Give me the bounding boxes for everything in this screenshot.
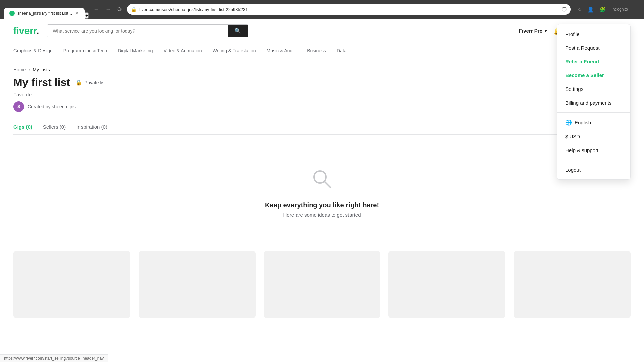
tab-title: sheena_jns's My first list List | F — [17, 11, 72, 16]
nav-digital-marketing[interactable]: Digital Marketing — [118, 43, 153, 59]
creator-label: Created by sheena_jns — [28, 104, 76, 109]
empty-title: Keep everything you like right here! — [265, 201, 379, 209]
dropdown-become-seller[interactable]: Become a Seller — [557, 68, 630, 82]
magnifier-icon — [311, 168, 333, 195]
dropdown-help[interactable]: Help & support — [557, 143, 630, 157]
tab-gigs[interactable]: Gigs (0) — [13, 120, 32, 134]
chevron-down-icon: ▾ — [545, 28, 547, 33]
nav-data[interactable]: Data — [337, 43, 347, 59]
dropdown-language[interactable]: 🌐 English — [557, 115, 630, 130]
dropdown-divider-1 — [557, 112, 630, 113]
nav-graphics-design[interactable]: Graphics & Design — [13, 43, 53, 59]
incognito-label: Incognito — [610, 6, 629, 13]
tab-favicon — [9, 11, 15, 16]
nav-writing-translation[interactable]: Writing & Translation — [213, 43, 256, 59]
search-input[interactable] — [47, 25, 228, 37]
language-label: English — [575, 120, 591, 125]
tab-inspiration[interactable]: Inspiration (0) — [76, 120, 107, 134]
browser-tabs: sheena_jns's My first list List | F ✕ + — [4, 0, 89, 19]
tabs-container: Gigs (0) Sellers (0) Inspiration (0) — [13, 120, 631, 135]
nav-business[interactable]: Business — [307, 43, 326, 59]
suggestion-card-3[interactable] — [264, 251, 381, 318]
browser-chrome: sheena_jns's My first list List | F ✕ + … — [0, 0, 644, 19]
list-header: My first list 🔒 Private list — [13, 76, 631, 89]
profile-button[interactable]: 👤 — [586, 5, 595, 14]
breadcrumb-home[interactable]: Home — [13, 67, 26, 72]
nav-bar: Graphics & Design Programming & Tech Dig… — [0, 43, 644, 59]
logo-dot: . — [37, 25, 39, 36]
breadcrumb-current: My Lists — [33, 67, 50, 72]
list-creator: S Created by sheena_jns — [13, 101, 631, 112]
empty-state: Keep everything you like right here! Her… — [13, 148, 631, 231]
fiverr-logo[interactable]: fiverr. — [13, 25, 39, 36]
reload-button[interactable]: ⟳ — [115, 4, 124, 14]
dropdown-settings[interactable]: Settings — [557, 82, 630, 96]
dropdown-refer-friend[interactable]: Refer a Friend — [557, 55, 630, 68]
browser-actions: ☆ 👤 🧩 Incognito ⋮ — [576, 5, 640, 14]
creator-initials: S — [17, 104, 20, 109]
lock-icon: 🔒 — [131, 7, 137, 12]
status-url: https://www.fiverr.com/start_selling?sou… — [4, 356, 104, 361]
dropdown-logout[interactable]: Logout — [557, 163, 630, 177]
svg-line-1 — [324, 181, 331, 188]
suggestion-cards — [0, 244, 644, 325]
fiverr-header: fiverr. 🔍 Fiverr Pro ▾ 🔔 ✉ ♡ Orders SJ — [0, 19, 644, 43]
extensions-button[interactable]: 🧩 — [598, 5, 607, 14]
search-bar: 🔍 — [47, 24, 248, 37]
private-label: Private list — [84, 80, 106, 85]
dropdown-divider-2 — [557, 160, 630, 160]
user-dropdown-menu: Profile Post a Request Refer a Friend Be… — [557, 24, 631, 180]
list-title: My first list — [13, 76, 70, 89]
nav-video-animation[interactable]: Video & Animation — [163, 43, 202, 59]
tab-sellers[interactable]: Sellers (0) — [43, 120, 66, 134]
tab-close-button[interactable]: ✕ — [75, 11, 79, 16]
search-button[interactable]: 🔍 — [228, 25, 248, 37]
status-bar: https://www.fiverr.com/start_selling?sou… — [0, 354, 108, 362]
creator-avatar: S — [13, 101, 24, 112]
suggestion-card-4[interactable] — [388, 251, 505, 318]
dropdown-currency[interactable]: $ USD — [557, 130, 630, 143]
loading-spinner — [562, 7, 567, 12]
back-button[interactable]: ← — [91, 5, 101, 14]
list-category: Favorite — [13, 92, 631, 97]
dropdown-post-request[interactable]: Post a Request — [557, 41, 630, 55]
empty-subtitle: Here are some ideas to get started — [283, 212, 361, 218]
fiverr-pro-label: Fiverr Pro — [519, 28, 543, 34]
globe-icon: 🌐 — [565, 119, 572, 126]
suggestion-card-5[interactable] — [514, 251, 631, 318]
private-badge: 🔒 Private list — [75, 79, 106, 86]
breadcrumb-separator: › — [29, 67, 30, 72]
bookmark-button[interactable]: ☆ — [576, 5, 583, 14]
new-tab-button[interactable]: + — [85, 12, 89, 19]
browser-nav-controls: ← → ⟳ — [91, 4, 124, 14]
dropdown-billing[interactable]: Billing and payments — [557, 96, 630, 110]
fiverr-pro-button[interactable]: Fiverr Pro ▾ — [519, 28, 547, 34]
dropdown-profile[interactable]: Profile — [557, 27, 630, 41]
more-button[interactable]: ⋮ — [632, 5, 640, 14]
address-bar-container: 🔒 — [127, 4, 571, 15]
address-input[interactable] — [139, 7, 559, 12]
suggestion-card-2[interactable] — [139, 251, 256, 318]
active-tab[interactable]: sheena_jns's My first list List | F ✕ — [4, 8, 85, 19]
page-content: My first list 🔒 Private list Favorite S … — [0, 76, 644, 244]
search-icon: 🔍 — [234, 28, 241, 34]
suggestion-card-1[interactable] — [13, 251, 130, 318]
nav-music-audio[interactable]: Music & Audio — [267, 43, 297, 59]
lock-icon: 🔒 — [75, 79, 82, 86]
breadcrumb: Home › My Lists — [0, 59, 644, 76]
nav-programming-tech[interactable]: Programming & Tech — [63, 43, 107, 59]
forward-button[interactable]: → — [103, 5, 113, 14]
